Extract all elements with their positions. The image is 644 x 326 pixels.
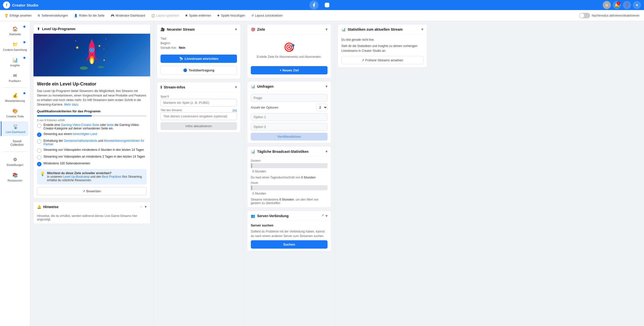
gemeinschaft-link[interactable]: Gemeinschaftsstandards [64, 139, 97, 143]
gestern-value: 0 Stunden [251, 169, 328, 174]
fruhere-streams-button[interactable]: ↗ Frühere Streams ansehen [341, 56, 423, 64]
bootcamp-link[interactable]: Level Up-Bootcamp [63, 175, 89, 178]
sidebar-item-live-dashboard[interactable]: 📡 Live-Dashboard [1, 121, 28, 136]
criteria-text-5: Mindestens 100 Seitenabonnenten [44, 162, 90, 165]
spiel-input[interactable] [160, 99, 237, 107]
sidebar-item-creative-tools[interactable]: 🎨 Creative Tools [2, 106, 28, 120]
goals-button-container: + Neues Ziel [247, 66, 331, 78]
nav-layout-speichern[interactable]: 📋 Layout speichern [149, 12, 182, 19]
gerade-live-label: Gerade live: [160, 46, 177, 50]
nav-erfolge[interactable]: 🏆 Erfolge ansehen [2, 12, 34, 19]
sidebar-item-ressourcen[interactable]: 📚 Ressourcen [2, 170, 28, 184]
sidebar-item-label: Creative Tools [6, 115, 24, 118]
column-4: 📊 Statistiken zum aktuellen Stream ▾ Du … [335, 21, 430, 326]
darkmode-toggle[interactable]: Nachtmodus aktivieren/deaktivieren [579, 13, 642, 18]
facebook-icon[interactable] [309, 1, 318, 10]
nav-seiteneinstellungen[interactable]: ⚙ Seiteneinstellungen [35, 12, 70, 19]
ziele-icon: 🎯 [251, 27, 255, 31]
column-1: ⬆ Level Up-Programm ★ ★ [30, 21, 153, 326]
stream-titel-input[interactable] [160, 112, 237, 120]
statistiken-title: Statistiken zum aktuellen Stream [348, 27, 403, 31]
statistiken-collapse-button[interactable]: ▾ [421, 27, 423, 32]
neuester-stream-card: 🎥 Neuester Stream ▾ Titel: Beginn: Gerad… [157, 24, 241, 79]
sidebar-item-label: Ressourcen [8, 179, 22, 182]
option1-input[interactable] [251, 113, 328, 121]
poll-options-row: Anzahl der Optionen 2 3 4 [251, 104, 328, 111]
level-up-card: ⬆ Level Up-Programm ★ ★ [33, 24, 150, 199]
stream-infos-collapse-button[interactable]: ▾ [235, 85, 237, 89]
level-up-image: ★ ★ ★ [33, 34, 150, 76]
stream-infos-header: ℹ Stream-Infos ▾ [157, 82, 240, 92]
svg-text:★: ★ [98, 44, 101, 48]
infos-aktualisieren-button[interactable]: Infos aktualisieren [160, 122, 237, 130]
titel-label: Titel: [160, 37, 176, 40]
heute-label: Heute [251, 181, 328, 184]
char-count: 255 [232, 109, 237, 112]
statistiken-icon: 📊 [341, 27, 346, 31]
criteria-title: Qualifikationskriterien für das Programm [37, 109, 147, 113]
server-verbindung-card: 👥 Server-Verbindung ↗ ▾ Server suchen So… [247, 211, 331, 251]
secondary-nav: 🏆 Erfolge ansehen ⚙ Seiteneinstellungen … [0, 10, 644, 21]
toggle-track[interactable] [579, 13, 590, 18]
criteria-check-1: ✓ [37, 132, 42, 137]
mehr-link[interactable]: Mehr dazu [64, 103, 78, 106]
stream-meta-titel: Titel: [160, 37, 237, 40]
apply-button[interactable]: ↗ Bewerben [37, 187, 147, 195]
instagram-icon[interactable] [323, 1, 332, 10]
publish-button[interactable]: Veröffentlichen [251, 133, 328, 141]
hinweise-menu-button[interactable]: ··· [140, 205, 143, 209]
stream-infos-title: Stream-Infos [164, 85, 185, 89]
livestream-einrichten-button[interactable]: 📡 Livestream einrichten [160, 55, 237, 63]
sidebar-item-insights[interactable]: 📊 Insights [2, 55, 28, 69]
land-link[interactable]: berechtigten Land [73, 132, 97, 136]
sidebar-item-einstellungen[interactable]: ⚙ Einstellungen [2, 154, 28, 169]
notifications-button[interactable]: 🔔 2 [613, 1, 621, 9]
ziele-collapse-button[interactable]: ▾ [326, 27, 328, 32]
server-icon: 👥 [251, 214, 255, 218]
server-external-link-icon[interactable]: ↗ [321, 213, 324, 218]
avatar[interactable]: U [603, 1, 611, 9]
mail-icon: ✉ [13, 73, 17, 78]
nav-rollen[interactable]: 👤 Rollen für die Seite [71, 12, 107, 19]
menu-button[interactable]: ▾ [633, 1, 641, 9]
level-up-header-left: ⬆ Level Up-Programm [37, 27, 75, 31]
ziele-title: Ziele [257, 27, 265, 31]
sidebar-item-postfach[interactable]: ✉ Postfach+ [2, 70, 28, 85]
option2-input[interactable] [251, 123, 328, 131]
stream-collapse-button[interactable]: ▾ [235, 27, 237, 32]
umfragen-collapse-button[interactable]: ▾ [326, 84, 328, 89]
new-goal-button[interactable]: + Neues Ziel [251, 66, 328, 74]
anzahl-select[interactable]: 2 3 4 [316, 104, 328, 111]
sidebar-item-content[interactable]: 📁 Content-Sammlung [2, 39, 28, 54]
nav-layout-zuruecksetzen[interactable]: ↺ Layout zurücksetzen [249, 12, 285, 19]
svg-point-20 [98, 66, 104, 68]
erstelle-link[interactable]: Gaming-Video-Creator-Seite [61, 123, 99, 127]
nav-spalte-hinzufuegen[interactable]: ✚ Spalte hinzufügen [215, 12, 248, 19]
help-button[interactable]: ❓ [623, 1, 631, 9]
app-title: Creator Studio [12, 3, 38, 7]
levelup-icon: ⬆ [37, 27, 40, 31]
server-suchen-button[interactable]: Suchen [251, 240, 328, 249]
criteria-item-0: Erstelle eine Gaming-Video-Creator-Seite… [37, 123, 147, 130]
sidebar-item-sound[interactable]: Sound Collection [2, 137, 28, 149]
stream-header-left: 🎥 Neuester Stream [160, 27, 195, 31]
bette-link[interactable]: bette [107, 123, 114, 127]
svg-marker-11 [89, 39, 95, 46]
sidebar: 🏠 Startseite 📁 Content-Sammlung 📊 Insigh… [0, 21, 30, 326]
broadcast-collapse-button[interactable]: ▾ [326, 149, 328, 154]
sidebar-item-monetarisierung[interactable]: 💰 Monetarisierung [2, 90, 28, 105]
testuebertragung-button[interactable]: 🔵 Testübertragung [160, 66, 237, 75]
nav-spalte-entfernen[interactable]: ✖ Spalte entfernen [183, 12, 214, 19]
info-tooltip-icon[interactable]: ℹ [168, 95, 169, 98]
stream-titel-label: Titel des Streams [160, 109, 182, 112]
hinweise-collapse-button[interactable]: ▾ [145, 204, 147, 209]
frage-input[interactable] [251, 94, 328, 102]
sidebar-item-startseite[interactable]: 🏠 Startseite [2, 24, 28, 38]
gestern-label: Gestern [251, 159, 328, 162]
server-collapse-button[interactable]: ▾ [326, 213, 328, 218]
server-title: Server-Verbindung [257, 214, 289, 218]
server-header: 👥 Server-Verbindung ↗ ▾ [247, 211, 331, 221]
nav-moderator[interactable]: 🎮 Moderator-Dashboard [108, 12, 148, 19]
svg-point-13 [91, 49, 93, 51]
best-practices-link[interactable]: Best Practices [102, 175, 122, 178]
